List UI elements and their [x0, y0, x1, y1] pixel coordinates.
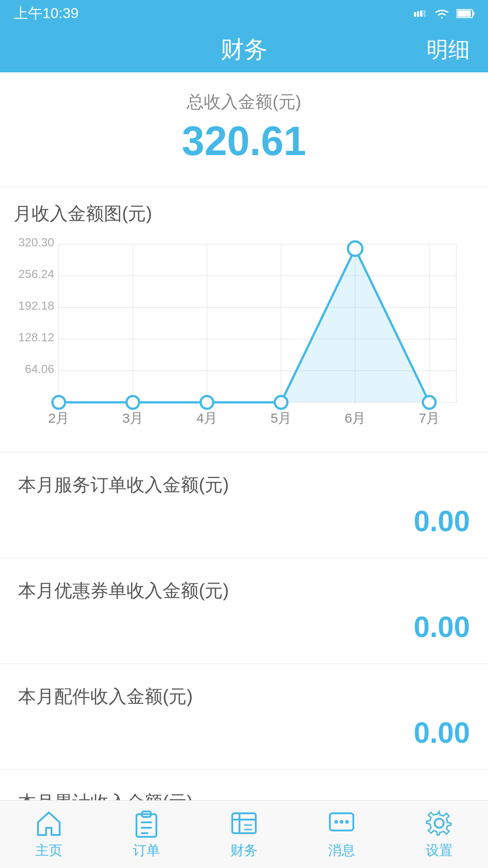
- status-time: 上午10:39: [14, 4, 79, 24]
- info-row-label-1: 本月优惠券单收入金额(元): [18, 578, 470, 603]
- svg-text:5月: 5月: [271, 410, 292, 425]
- nav-label-finance: 财务: [230, 841, 258, 860]
- nav-item-settings[interactable]: 设置: [390, 809, 488, 860]
- detail-link[interactable]: 明细: [427, 35, 470, 64]
- svg-text:64.06: 64.06: [25, 362, 54, 376]
- svg-point-26: [52, 396, 65, 409]
- chart-title: 月收入金额图(元): [14, 201, 474, 226]
- nav-label-orders: 订单: [133, 841, 160, 860]
- nav-item-messages[interactable]: 消息: [293, 809, 390, 860]
- wifi-icon: [434, 8, 450, 19]
- nav-item-orders[interactable]: 订单: [98, 809, 195, 860]
- svg-rect-3: [423, 10, 426, 17]
- finance-icon: [230, 809, 258, 838]
- home-icon: [34, 809, 63, 838]
- svg-text:128.12: 128.12: [18, 330, 54, 344]
- svg-text:3月: 3月: [122, 410, 144, 425]
- info-row-value-1: 0.00: [18, 610, 470, 644]
- svg-point-30: [348, 241, 362, 256]
- signal-icon: [414, 10, 427, 17]
- nav-label-messages: 消息: [328, 841, 355, 860]
- svg-text:320.30: 320.30: [18, 236, 54, 249]
- settings-icon: [425, 809, 454, 838]
- chart-container: 320.30 256.24 192.18 128.12 64.06 2月 3月 …: [14, 235, 474, 443]
- svg-text:256.24: 256.24: [18, 267, 54, 281]
- chart-section: 月收入金额图(元) 320.30 256.24 192.18 128.12 64…: [0, 188, 488, 453]
- svg-point-31: [423, 396, 436, 409]
- info-row-value-2: 0.00: [18, 716, 470, 750]
- svg-point-52: [435, 819, 444, 828]
- svg-point-28: [201, 396, 213, 409]
- info-row-2: 本月配件收入金额(元)0.00: [0, 664, 488, 770]
- header: 财务 明细: [0, 27, 488, 72]
- status-bar: 上午10:39: [0, 0, 488, 27]
- clipboard-icon: [132, 809, 161, 838]
- svg-marker-25: [281, 249, 429, 402]
- message-icon: [327, 809, 356, 838]
- svg-text:7月: 7月: [419, 410, 440, 425]
- total-income-value: 320.61: [18, 118, 470, 165]
- info-row-1: 本月优惠券单收入金额(元)0.00: [0, 558, 488, 664]
- svg-point-51: [345, 820, 349, 824]
- total-income-label: 总收入金额(元): [18, 90, 470, 113]
- nav-label-settings: 设置: [426, 841, 453, 860]
- svg-rect-2: [420, 10, 422, 17]
- status-icons: [414, 8, 474, 19]
- svg-rect-5: [473, 12, 474, 15]
- total-income-section: 总收入金额(元) 320.61: [0, 72, 488, 188]
- info-row-label-2: 本月配件收入金额(元): [18, 684, 470, 709]
- nav-label-home: 主页: [35, 841, 62, 860]
- nav-item-home[interactable]: 主页: [0, 809, 98, 860]
- svg-point-27: [127, 396, 139, 409]
- svg-point-49: [334, 820, 338, 824]
- svg-text:4月: 4月: [197, 410, 218, 425]
- info-row-value-0: 0.00: [18, 505, 470, 538]
- bottom-nav: 主页 订单 财务 消息: [0, 800, 488, 868]
- nav-item-finance[interactable]: 财务: [195, 809, 293, 860]
- info-row-label-0: 本月服务订单收入金额(元): [18, 472, 470, 497]
- svg-text:2月: 2月: [48, 410, 70, 425]
- svg-text:6月: 6月: [345, 410, 366, 425]
- svg-rect-1: [417, 11, 419, 17]
- info-row-0: 本月服务订单收入金额(元)0.00: [0, 453, 488, 558]
- svg-rect-0: [414, 12, 416, 17]
- line-chart: 320.30 256.24 192.18 128.12 64.06 2月 3月 …: [14, 235, 474, 443]
- battery-icon: [456, 9, 474, 19]
- svg-point-50: [340, 820, 343, 824]
- page-title: 财务: [221, 34, 267, 66]
- svg-point-29: [275, 396, 287, 409]
- svg-text:192.18: 192.18: [18, 299, 54, 312]
- svg-rect-6: [457, 10, 471, 17]
